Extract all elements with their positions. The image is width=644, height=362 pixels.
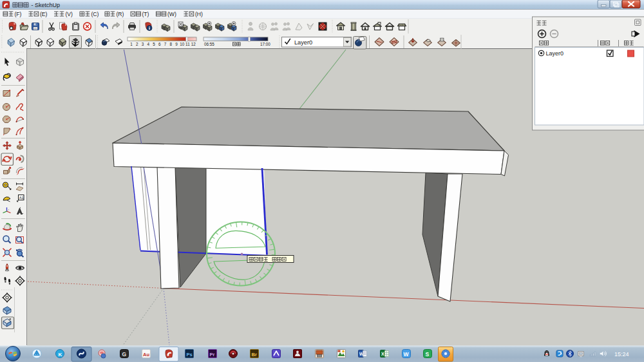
svg-text:Au: Au	[143, 352, 149, 357]
svg-text:Pr: Pr	[210, 352, 215, 357]
svg-text:6: 6	[158, 42, 161, 46]
svg-text:W: W	[404, 351, 410, 357]
svg-text:(T): (T)	[142, 11, 149, 17]
svg-text:8: 8	[169, 42, 172, 46]
svg-text:10: 10	[180, 42, 185, 46]
svg-text:(V): (V)	[66, 11, 73, 17]
svg-text:5: 5	[153, 42, 155, 46]
svg-text:1: 1	[130, 42, 133, 46]
svg-text:06:55: 06:55	[204, 42, 214, 46]
svg-text:15:24: 15:24	[614, 351, 629, 357]
svg-text:17:00: 17:00	[260, 42, 270, 46]
svg-text:Ps: Ps	[187, 352, 193, 357]
svg-text:11: 11	[185, 42, 190, 46]
svg-text:(F): (F)	[15, 11, 22, 17]
svg-text:G: G	[122, 351, 127, 357]
svg-text:7: 7	[164, 42, 167, 46]
svg-text:3: 3	[142, 42, 144, 46]
svg-text:(R): (R)	[117, 11, 124, 17]
svg-text:X: X	[381, 352, 384, 356]
svg-text:K: K	[59, 352, 62, 357]
svg-text:2: 2	[136, 42, 138, 46]
svg-text:Layer0: Layer0	[294, 39, 312, 46]
svg-text:S: S	[426, 351, 430, 357]
svg-text:(C): (C)	[91, 11, 99, 17]
svg-text:4: 4	[147, 42, 149, 46]
svg-text:A1: A1	[19, 196, 24, 200]
svg-text:9: 9	[175, 42, 178, 46]
svg-text:Br: Br	[252, 352, 257, 357]
svg-text:Layer0: Layer0	[546, 50, 564, 57]
svg-text:12: 12	[191, 42, 196, 46]
svg-text:(W): (W)	[167, 11, 176, 17]
svg-text:(E): (E)	[40, 11, 48, 17]
svg-text:(H): (H)	[195, 11, 203, 17]
svg-text:- SketchUp: - SketchUp	[32, 2, 61, 8]
